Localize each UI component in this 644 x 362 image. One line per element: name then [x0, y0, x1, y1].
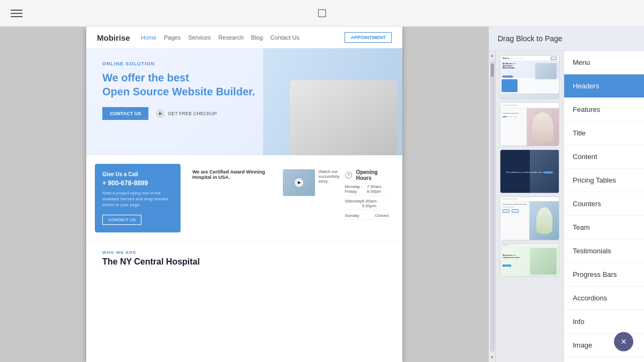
- nav-link-home[interactable]: Home: [141, 34, 156, 41]
- mini-nav-link: Services: [519, 58, 523, 59]
- hours-row-saturday: Saturday 6.30am-5.00pm: [345, 198, 388, 210]
- nav-link-research[interactable]: Research: [218, 34, 243, 41]
- thumb2-title: Professional Health Care: [503, 112, 525, 114]
- mini-hero-title: We offer the bestOpen SourceWebsite Buil…: [503, 63, 535, 70]
- mini-card-blue: [501, 79, 518, 92]
- dot-2: [508, 116, 512, 117]
- mini-hero-btn: CONTACT US: [503, 76, 513, 78]
- nav-item-headers-label: Headers: [573, 82, 599, 90]
- canvas-area: Mobirise Home Pages Services Research Bl…: [0, 27, 489, 362]
- video-play-button[interactable]: ▶: [295, 178, 303, 187]
- thumbnail-5-image: Chromacare We have the bestcustomer care…: [500, 244, 559, 276]
- nav-item-info-label: Info: [573, 318, 585, 326]
- thumbnail-3[interactable]: The milestone is excellent health care. …: [500, 149, 559, 193]
- thumb2-dots: [503, 116, 525, 117]
- nav-link-blog[interactable]: Blog: [251, 34, 263, 41]
- thumb4-stat-1: Doctors: [503, 209, 510, 213]
- mini-site-3: The milestone is excellent health care. …: [500, 150, 559, 193]
- nav-item-accordions[interactable]: Accordions: [564, 286, 644, 310]
- mini-nav-1: Mobirise Home Pages Services APPT: [500, 56, 559, 61]
- checkup-button[interactable]: ▶ GET FREE CHECKUP: [156, 109, 216, 118]
- nav-item-menu-label: Menu: [573, 58, 590, 66]
- hours-time-weekday: 7.00am-8.00pm: [367, 184, 388, 194]
- nav-item-timeline[interactable]: Timeline: [564, 357, 644, 362]
- hamburger-menu[interactable]: [11, 10, 23, 17]
- block-browser-panel: Drag Block to Page ▲ ▼: [489, 27, 644, 362]
- thumb2-nav: The NY Central Hospital: [500, 103, 559, 108]
- toolbar: ☐: [0, 0, 644, 27]
- certified-info: We are Certified Award Winning Hospital …: [192, 169, 272, 180]
- thumbnails-panel: Mobirise Home Pages Services APPT: [496, 51, 564, 362]
- video-section: ▶ Watch our succesfully story.: [283, 169, 339, 196]
- clock-icon: 🕐: [345, 171, 353, 179]
- site-logo: Mobirise: [97, 33, 130, 42]
- nav-item-counters[interactable]: Counters: [564, 192, 644, 216]
- video-description: Watch our succesfully story.: [318, 169, 339, 184]
- card-title: Give Us a Call: [102, 171, 173, 177]
- nav-item-title[interactable]: Title: [564, 122, 644, 145]
- thumb4-hero: Rehabilitation & excellent health care. …: [500, 201, 559, 240]
- thumb4-desc: Quality medical services: [503, 206, 527, 207]
- certified-text: We are Certified Award Winning Hospital …: [192, 169, 272, 180]
- mini-site-2: The NY Central Hospital Professional Hea…: [500, 103, 559, 146]
- mini-nav-link: Home: [511, 58, 513, 59]
- hours-day-sunday: Sunday: [345, 213, 359, 218]
- dot-1: [503, 116, 507, 117]
- thumbnail-2-image: The NY Central Hospital Professional Hea…: [500, 103, 559, 146]
- site-nav: Mobirise Home Pages Services Research Bl…: [86, 27, 402, 48]
- thumbnail-4[interactable]: The NY Central Hospital Rehabilitation &…: [500, 197, 559, 240]
- thumb4-stat-2: Service: [512, 209, 519, 213]
- main-area: Mobirise Home Pages Services Research Bl…: [0, 27, 644, 362]
- close-button[interactable]: ×: [614, 332, 633, 351]
- nav-item-headers[interactable]: Headers: [564, 74, 644, 98]
- mini-logo: Mobirise: [503, 57, 509, 59]
- device-icon[interactable]: ☐: [317, 7, 327, 20]
- appointment-button[interactable]: APPOINTMENT: [345, 32, 392, 43]
- hours-day-saturday: Saturday: [345, 199, 362, 208]
- nav-link-pages[interactable]: Pages: [164, 34, 181, 41]
- nav-item-testimonials[interactable]: Testimonials: [564, 239, 644, 263]
- block-browser-header: Drag Block to Page: [489, 27, 644, 51]
- mini-site-1: Mobirise Home Pages Services APPT: [500, 56, 559, 99]
- nav-item-team[interactable]: Team: [564, 216, 644, 239]
- hero-title-part2: Open Source Website Builder.: [102, 86, 255, 97]
- nav-item-image-label: Image: [573, 341, 592, 349]
- nav-link-services[interactable]: Services: [188, 34, 211, 41]
- nav-item-features[interactable]: Features: [564, 98, 644, 122]
- nav-item-team-label: Team: [573, 223, 590, 231]
- thumb4-right: [529, 201, 559, 240]
- scroll-thumb[interactable]: [491, 64, 494, 77]
- white-card: We are Certified Award Winning Hospital …: [187, 164, 394, 232]
- nav-item-testimonials-label: Testimonials: [573, 247, 611, 255]
- nav-item-info[interactable]: Info: [564, 310, 644, 334]
- play-icon: ▶: [156, 109, 164, 118]
- hero-title-part1: We offer the: [102, 72, 167, 84]
- nav-item-content[interactable]: Content: [564, 145, 644, 169]
- mini-site-4: The NY Central Hospital Rehabilitation &…: [500, 197, 559, 240]
- thumbnail-2[interactable]: The NY Central Hospital Professional Hea…: [500, 102, 559, 146]
- thumb2-text: Professional Health Care: [500, 108, 527, 146]
- nav-item-pricing-tables[interactable]: Pricing Tables: [564, 169, 644, 192]
- thumb4-person: [536, 207, 552, 234]
- thumb2-doctor: [532, 112, 553, 142]
- thumbnail-5[interactable]: Chromacare We have the bestcustomer care…: [500, 244, 559, 277]
- card-contact-button[interactable]: CONTACT US: [102, 215, 141, 225]
- certified-row: We are Certified Award Winning Hospital …: [192, 169, 388, 220]
- nav-item-counters-label: Counters: [573, 200, 601, 208]
- nav-item-content-label: Content: [573, 153, 597, 161]
- mini-nav-links: Home Pages Services: [511, 58, 523, 59]
- mini-hero-1: We offer the bestOpen SourceWebsite Buil…: [500, 61, 559, 78]
- nav-link-contact[interactable]: Contact Us: [271, 34, 299, 41]
- thumbnail-1[interactable]: Mobirise Home Pages Services APPT: [500, 55, 559, 99]
- nav-item-menu[interactable]: Menu: [564, 51, 644, 74]
- mini-hero-text: We offer the bestOpen SourceWebsite Buil…: [503, 63, 535, 79]
- contact-us-button[interactable]: CONTACT US: [102, 107, 148, 120]
- thumb5-hero: We have the bestcustomer care service. R…: [500, 246, 559, 276]
- nav-item-progress-bars[interactable]: Progress Bars: [564, 263, 644, 286]
- card-description: Start a project using one of the availab…: [102, 190, 173, 208]
- video-thumbnail[interactable]: ▶: [283, 169, 315, 196]
- thumb3-btn: Learn More: [543, 171, 553, 174]
- thumb4-nav: The NY Central Hospital: [500, 197, 559, 201]
- thumb2-hero: Professional Health Care: [500, 108, 559, 146]
- thumb5-img: [530, 248, 557, 275]
